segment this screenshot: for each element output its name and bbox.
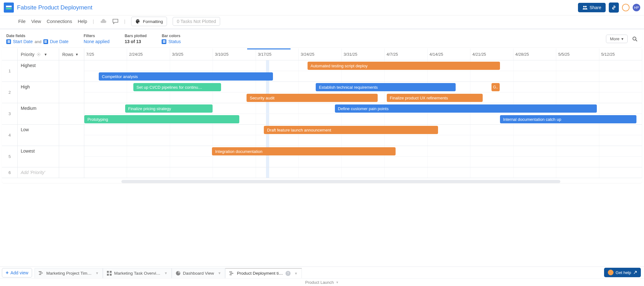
menu-connections[interactable]: Connections (47, 19, 72, 24)
priority-cell[interactable]: High (18, 82, 59, 103)
due-date-link[interactable]: Due Date (50, 39, 69, 44)
rows-cell (59, 125, 84, 146)
priority-cell[interactable]: Lowest (18, 146, 59, 167)
gantt-row: 2HighSet up CI/CD pipelines for continu…… (2, 82, 642, 103)
gantt-bar[interactable]: Establish technical requirements (316, 83, 456, 91)
formatting-button[interactable]: Formatting (131, 17, 167, 26)
priority-column-header[interactable]: Priority ▼ (18, 48, 59, 60)
gantt-row: 1HighestAutomated testing script deployC… (2, 60, 642, 82)
palette-icon (135, 19, 141, 24)
timeline-cell[interactable]: Set up CI/CD pipelines for continu…Estab… (84, 82, 642, 103)
chevron-down-icon: ▼ (75, 53, 79, 56)
app-logo[interactable] (4, 3, 14, 13)
start-date-link[interactable]: Start Date (13, 39, 33, 44)
share-button[interactable]: Share (578, 3, 606, 12)
menubar: File View Connections Help | | Formattin… (0, 15, 644, 29)
svg-point-5 (633, 37, 636, 40)
timeline-cell[interactable] (84, 167, 642, 178)
rows-cell (59, 82, 84, 103)
svg-point-1 (585, 6, 586, 8)
user-avatar[interactable]: HP (633, 4, 640, 11)
date-column-header: 7/25 (84, 48, 127, 60)
row-number: 5 (2, 146, 18, 167)
date-column-header: 4/7/25 (385, 48, 427, 60)
gantt-bar[interactable]: Finalize pricing strategy (125, 104, 213, 113)
document-title[interactable]: Fabsite Product Deployment (17, 4, 92, 11)
app-header: Fabsite Product Deployment Share HP (0, 0, 644, 15)
svg-point-4 (139, 20, 139, 21)
chevron-down-icon[interactable]: ▼ (44, 53, 47, 56)
date-column-header: 5/12/25 (599, 48, 642, 60)
timeline-cell[interactable]: Finalize pricing strategyDefine customer… (84, 103, 642, 124)
svg-point-2 (137, 20, 137, 21)
gantt-bar[interactable]: Set up CI/CD pipelines for continu… (133, 83, 221, 91)
menu-help[interactable]: Help (78, 19, 87, 24)
rows-cell (59, 167, 84, 178)
svg-point-7 (38, 54, 39, 55)
comments-icon[interactable] (112, 19, 119, 24)
search-icon[interactable] (632, 36, 638, 42)
row-number: 6 (2, 167, 18, 178)
gantt-row: 6Add 'Priority' (2, 167, 642, 178)
gantt-bar[interactable]: Internal documentation catch up (500, 115, 637, 123)
date-column-header: 3/17/25 (256, 48, 299, 60)
tasks-not-plotted-pill[interactable]: 0 Tasks Not Plotted (173, 17, 220, 26)
priority-cell[interactable]: Highest (18, 60, 59, 81)
gantt-badge[interactable]: G.. (491, 83, 500, 91)
date-field-icon (43, 39, 48, 44)
chevron-down-icon: ▾ (621, 36, 624, 41)
date-column-header: 4/14/25 (428, 48, 470, 60)
status-field-icon (162, 39, 166, 44)
date-column-header: 3/24/25 (299, 48, 341, 60)
svg-point-0 (583, 6, 585, 8)
today-indicator (247, 48, 291, 49)
gantt-row: 3MediumFinalize pricing strategyDefine c… (2, 103, 642, 125)
timeline-cell[interactable]: Integration documentation (84, 146, 642, 167)
rows-cell (59, 146, 84, 167)
svg-line-6 (636, 40, 637, 41)
cloud-sync-icon[interactable] (100, 19, 107, 24)
gantt-bar[interactable]: Draft feature launch announcement (264, 126, 438, 134)
date-column-header: 4/28/25 (514, 48, 556, 60)
link-icon (611, 5, 616, 10)
gantt-bar[interactable]: Finalize product UX refinements (387, 94, 483, 102)
presence-avatar[interactable] (622, 4, 630, 11)
date-fields-block[interactable]: Date fields Start Date and Due Date (6, 34, 69, 44)
date-column-header: 3/10/25 (213, 48, 256, 60)
filters-block[interactable]: Filters None applied (84, 34, 110, 44)
priority-cell[interactable]: Low (18, 125, 59, 146)
date-column-header: 5/5/25 (556, 48, 599, 60)
bar-colors-block[interactable]: Bar colors Status (162, 34, 181, 44)
timeline-cell[interactable]: Automated testing script deployCompetito… (84, 60, 642, 81)
gantt-bar[interactable]: Security audit (247, 94, 378, 102)
bars-plotted-block[interactable]: Bars plotted 13 of 13 (125, 34, 147, 44)
row-number: 4 (2, 125, 18, 146)
horizontal-scrollbar[interactable] (121, 180, 560, 183)
rows-cell (59, 103, 84, 124)
gantt-row: 5LowestIntegration documentation (2, 146, 642, 167)
gantt-bar[interactable]: Competitor analysis (99, 72, 273, 81)
date-column-header: 2/24/25 (127, 48, 170, 60)
date-field-icon (6, 39, 11, 44)
gantt-bar[interactable]: Integration documentation (212, 147, 396, 155)
more-button[interactable]: More ▾ (606, 35, 628, 43)
timeline-date-header: 7/252/24/253/3/253/10/253/17/253/24/253/… (84, 48, 642, 60)
menu-view[interactable]: View (31, 19, 41, 24)
gantt-chart: Priority ▼ Rows ▼ 7/252/24/253/3/253/10/… (2, 48, 642, 183)
priority-cell[interactable]: Medium (18, 103, 59, 124)
row-number: 3 (2, 103, 18, 124)
menu-file[interactable]: File (18, 19, 25, 24)
gantt-bar[interactable]: Automated testing script deploy (308, 62, 500, 70)
rows-cell (59, 60, 84, 81)
add-priority-placeholder[interactable]: Add 'Priority' (18, 167, 59, 178)
timeline-cell[interactable]: Draft feature launch announcement (84, 125, 642, 146)
rows-column-header[interactable]: Rows ▼ (59, 48, 84, 60)
date-column-header: 4/21/25 (470, 48, 513, 60)
gantt-bar[interactable]: Define customer pain points (335, 104, 597, 113)
row-number: 1 (2, 60, 18, 81)
copy-link-button[interactable] (609, 3, 619, 13)
row-number: 2 (2, 82, 18, 103)
gantt-bar[interactable]: Prototyping (84, 115, 239, 123)
gear-icon[interactable] (36, 52, 41, 57)
config-strip: Date fields Start Date and Due Date Filt… (2, 31, 642, 47)
